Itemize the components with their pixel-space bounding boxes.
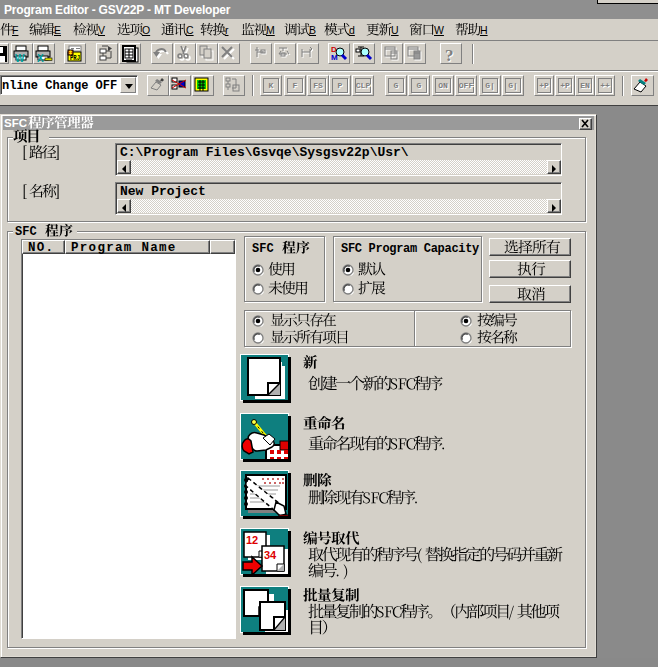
svg-text:?: ? xyxy=(445,46,454,64)
svg-text:PRJ: PRJ xyxy=(70,53,80,62)
svg-text:12: 12 xyxy=(246,534,258,546)
svg-text:X: X xyxy=(37,53,44,64)
svg-text:34: 34 xyxy=(264,549,277,561)
svg-text:W: W xyxy=(15,53,25,64)
